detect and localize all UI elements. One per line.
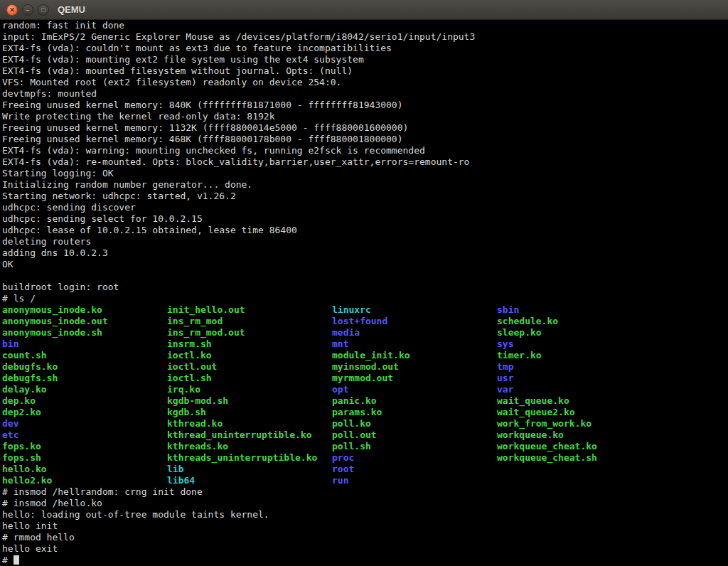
close-icon: ✕ <box>9 6 15 14</box>
ls-entry: kgdb-mod.sh <box>167 395 332 407</box>
console-line: EXT4-fs (vda): mounting ext2 file system… <box>2 54 728 65</box>
console-line: random: fast init done <box>2 20 728 31</box>
console-line: udhcpc: sending select for 10.0.2.15 <box>2 213 728 225</box>
console-line: Freeing unused kernel memory: 840K (ffff… <box>2 100 728 111</box>
ls-entry: var <box>497 384 662 395</box>
console-line: VFS: Mounted root (ext2 filesystem) read… <box>2 77 728 88</box>
console-line: # insmod /hello.ko <box>2 498 728 509</box>
ls-entry: ioctl.out <box>167 361 332 373</box>
console-line: Starting network: udhcpc: started, v1.26… <box>2 191 728 202</box>
ls-entry: sys <box>497 338 662 350</box>
ls-entry: etc <box>2 429 167 441</box>
console-line: Write protecting the kernel read-only da… <box>2 111 728 122</box>
ls-entry: myinsmod.out <box>332 361 497 373</box>
minimize-icon: – <box>26 6 29 14</box>
ls-entry: anonymous_inode.ko <box>2 304 167 316</box>
ls-entry: ioctl.sh <box>167 373 332 384</box>
ls-entry: insrm.sh <box>167 338 332 350</box>
console-line: hello init <box>2 520 728 532</box>
ls-entry: anonymous_inode.out <box>2 316 167 327</box>
ls-entry: workqueue_cheat.sh <box>497 452 662 464</box>
ls-entry: ioctl.ko <box>167 350 332 361</box>
ls-entry: ins_rm_mod.out <box>167 327 332 338</box>
ls-entry: poll.ko <box>332 418 497 429</box>
ls-entry: anonymous_inode.sh <box>2 327 167 338</box>
console-line: deleting routers <box>2 236 728 247</box>
ls-output: anonymous_inode.koanonymous_inode.outano… <box>2 304 728 486</box>
ls-entry: dev <box>2 418 167 429</box>
ls-column: linuxrclost+foundmediamntmodule_init.kom… <box>332 304 497 486</box>
ls-entry: schedule.ko <box>497 316 662 327</box>
console-line: udhcpc: sending discover <box>2 202 728 213</box>
console-line: hello exit <box>2 543 728 555</box>
maximize-icon: □ <box>41 6 45 14</box>
console-line: buildroot login: root <box>2 282 728 293</box>
console-line: udhcpc: lease of 10.0.2.15 obtained, lea… <box>2 225 728 236</box>
console-line: Initializing random number generator... … <box>2 179 728 191</box>
close-button[interactable]: ✕ <box>6 4 18 16</box>
ls-entry: kthread_uninterruptible.ko <box>167 429 332 441</box>
maximize-button[interactable]: □ <box>38 4 49 16</box>
console-line: Starting logging: OK <box>2 168 728 179</box>
ls-entry: sbin <box>497 304 662 316</box>
ls-entry: myrmmod.out <box>332 373 497 384</box>
ls-entry: opt <box>332 384 497 395</box>
terminal-screen[interactable]: random: fast init doneinput: ImExPS/2 Ge… <box>0 20 728 566</box>
ls-entry: run <box>332 475 497 486</box>
ls-entry: mnt <box>332 338 497 350</box>
prompt-text: # <box>2 555 14 565</box>
console-line: OK <box>2 259 728 270</box>
ls-entry: work_from_work.ko <box>497 418 662 429</box>
titlebar: ✕ – □ QEMU <box>0 0 728 20</box>
ls-entry: count.sh <box>2 350 167 361</box>
ls-entry: delay.ko <box>2 384 167 395</box>
ls-entry: wait_queue2.ko <box>497 407 662 418</box>
ls-entry: lib64 <box>167 475 332 486</box>
ls-entry: linuxrc <box>332 304 497 316</box>
terminal-cursor <box>14 555 19 565</box>
ls-entry: dep.ko <box>2 395 167 407</box>
ls-entry: kthreads_uninterruptible.ko <box>167 452 332 464</box>
ls-entry: kthread.ko <box>167 418 332 429</box>
console-line: # ls / <box>2 293 728 304</box>
ls-entry: lost+found <box>332 316 497 327</box>
ls-entry: hello.ko <box>2 464 167 475</box>
ls-entry: kthreads.ko <box>167 441 332 452</box>
console-line <box>2 270 728 282</box>
ls-entry: fops.sh <box>2 452 167 464</box>
ls-entry: root <box>332 464 497 475</box>
ls-entry: params.ko <box>332 407 497 418</box>
ls-entry: proc <box>332 452 497 464</box>
ls-column: init_hello.outins_rm_modins_rm_mod.outin… <box>167 304 332 486</box>
ls-entry: wait_queue.ko <box>497 395 662 407</box>
console-line: EXT4-fs (vda): couldn't mount as ext3 du… <box>2 43 728 54</box>
ls-entry: workqueue_cheat.ko <box>497 441 662 452</box>
ls-entry: dep2.ko <box>2 407 167 418</box>
ls-entry: poll.sh <box>332 441 497 452</box>
ls-entry: bin <box>2 338 167 350</box>
window-title: QEMU <box>58 4 85 15</box>
qemu-window: ✕ – □ QEMU random: fast init doneinput: … <box>0 0 728 566</box>
ls-entry: debugfs.ko <box>2 361 167 373</box>
console-line: Freeing unused kernel memory: 468K (ffff… <box>2 134 728 145</box>
ls-entry: fops.ko <box>2 441 167 452</box>
console-line: Freeing unused kernel memory: 1132K (fff… <box>2 122 728 134</box>
prompt-line: # <box>2 555 728 566</box>
console-line: EXT4-fs (vda): mounted filesystem withou… <box>2 65 728 77</box>
minimize-button[interactable]: – <box>22 4 33 16</box>
ls-entry: kgdb.sh <box>167 407 332 418</box>
ls-entry: debugfs.sh <box>2 373 167 384</box>
console-line: devtmpfs: mounted <box>2 88 728 100</box>
ls-entry: usr <box>497 373 662 384</box>
ls-entry: irq.ko <box>167 384 332 395</box>
console-line: # insmod /hellrandom: crng init done <box>2 486 728 498</box>
ls-entry: media <box>332 327 497 338</box>
ls-entry: ins_rm_mod <box>167 316 332 327</box>
ls-entry: hello2.ko <box>2 475 167 486</box>
ls-entry: module_init.ko <box>332 350 497 361</box>
ls-entry: sleep.ko <box>497 327 662 338</box>
ls-column: anonymous_inode.koanonymous_inode.outano… <box>2 304 167 486</box>
ls-entry: workqueue.ko <box>497 429 662 441</box>
console-line: # rmmod hello <box>2 532 728 543</box>
ls-entry: timer.ko <box>497 350 662 361</box>
